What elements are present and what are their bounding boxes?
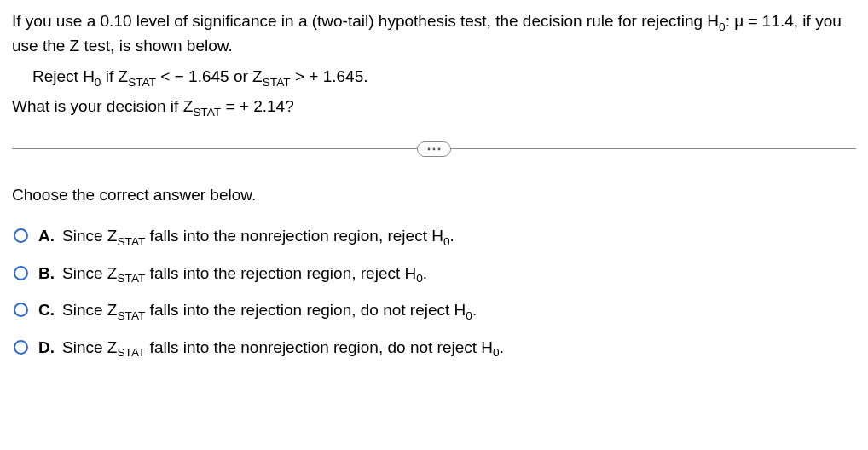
svg-point-1 — [433, 147, 436, 150]
ellipsis-icon — [426, 147, 442, 152]
subscript-zero: 0 — [719, 20, 726, 33]
text: . — [363, 67, 367, 85]
text: . — [500, 338, 504, 356]
option-text: Since ZSTAT falls into the rejection reg… — [62, 297, 477, 322]
question-stem: If you use a 0.10 level of significance … — [12, 9, 856, 119]
subscript-zero: 0 — [416, 272, 423, 285]
text: If you use a — [12, 12, 101, 30]
radio-b[interactable] — [14, 266, 28, 280]
question-intro: If you use a 0.10 level of significance … — [12, 9, 856, 59]
text: < − — [156, 67, 188, 85]
divider-line — [451, 148, 856, 149]
option-letter: C. — [38, 297, 55, 322]
subscript-stat: STAT — [117, 309, 145, 322]
text: ? — [285, 97, 294, 115]
text: level of significance in a (two-tail) hy… — [132, 12, 720, 30]
text: Since Z — [62, 338, 117, 356]
text: or Z — [229, 67, 263, 85]
subscript-zero: 0 — [466, 309, 472, 322]
option-letter: B. — [38, 261, 55, 286]
text: falls into the nonrejection region, do n… — [145, 338, 493, 356]
text: : μ = — [726, 12, 762, 30]
option-text: Since ZSTAT falls into the nonrejection … — [62, 335, 504, 360]
svg-point-2 — [438, 147, 441, 150]
option-text: Since ZSTAT falls into the rejection reg… — [62, 261, 427, 286]
option-d[interactable]: D. Since ZSTAT falls into the nonrejecti… — [12, 335, 856, 360]
text: if Z — [101, 67, 128, 85]
alpha-value: 0.10 — [101, 12, 132, 30]
critical-value: 1.645 — [323, 67, 364, 85]
text: Since Z — [62, 301, 117, 319]
option-letter: D. — [38, 335, 55, 360]
svg-point-0 — [428, 147, 431, 150]
subscript-stat: STAT — [128, 76, 156, 89]
radio-d[interactable] — [14, 340, 28, 355]
text: Since Z — [62, 264, 117, 282]
text: What is your decision if Z — [12, 97, 193, 115]
subscript-stat: STAT — [117, 235, 145, 248]
expand-button[interactable] — [417, 141, 451, 157]
option-b[interactable]: B. Since ZSTAT falls into the rejection … — [12, 261, 856, 286]
section-divider — [12, 141, 856, 157]
subscript-stat: STAT — [263, 76, 291, 89]
option-letter: A. — [38, 223, 55, 248]
option-text: Since ZSTAT falls into the nonrejection … — [62, 223, 454, 248]
text: falls into the rejection region, do not … — [145, 301, 466, 319]
text: > + — [291, 67, 323, 85]
zstat-value: 2.14 — [253, 97, 285, 115]
subscript-zero: 0 — [443, 235, 450, 248]
option-a[interactable]: A. Since ZSTAT falls into the nonrejecti… — [12, 223, 856, 248]
decision-rule: Reject H0 if ZSTAT < − 1.645 or ZSTAT > … — [12, 64, 856, 89]
option-c[interactable]: C. Since ZSTAT falls into the rejection … — [12, 297, 856, 322]
mu-value: 11.4 — [762, 12, 794, 30]
subscript-zero: 0 — [493, 346, 500, 359]
subscript-stat: STAT — [117, 272, 145, 285]
radio-a[interactable] — [14, 228, 28, 243]
critical-value: 1.645 — [188, 67, 229, 85]
text: . — [423, 264, 427, 282]
text: = + — [221, 97, 253, 115]
divider-line — [12, 148, 417, 149]
question-zstat: What is your decision if ZSTAT = + 2.14? — [12, 94, 856, 118]
text: Reject H — [32, 67, 95, 85]
text: falls into the nonrejection region, reje… — [145, 227, 443, 245]
radio-c[interactable] — [14, 303, 28, 317]
text: . — [472, 301, 477, 319]
answer-prompt: Choose the correct answer below. — [12, 182, 856, 207]
text: falls into the rejection region, reject … — [145, 264, 416, 282]
text: . — [450, 227, 454, 245]
subscript-zero: 0 — [95, 76, 101, 89]
subscript-stat: STAT — [193, 106, 221, 118]
text: Since Z — [62, 227, 117, 245]
subscript-stat: STAT — [117, 346, 145, 359]
answer-options: A. Since ZSTAT falls into the nonrejecti… — [12, 223, 856, 360]
